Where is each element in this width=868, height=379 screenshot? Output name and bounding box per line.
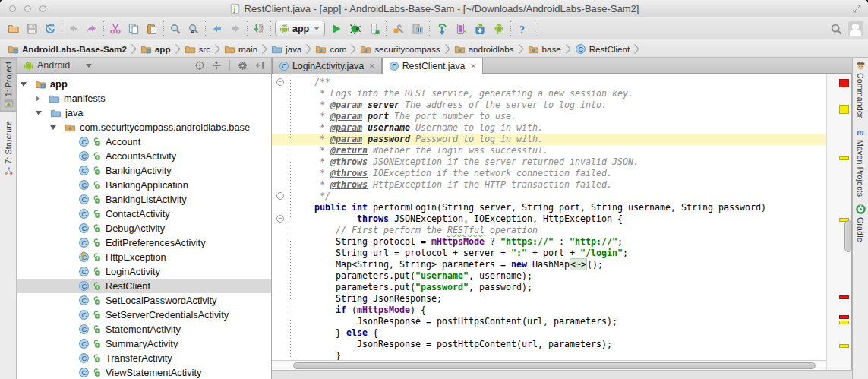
back-button[interactable] (208, 20, 226, 38)
paste-button[interactable] (143, 20, 161, 38)
error-stripe-mark[interactable] (839, 321, 849, 324)
save-button[interactable] (23, 20, 41, 38)
tree-expanded-arrow-icon[interactable] (36, 111, 42, 115)
gradle-sync-button[interactable] (432, 20, 451, 38)
breadcrumb-item[interactable]: src (185, 43, 210, 55)
close-tab-icon[interactable]: × (470, 62, 476, 70)
tool-window-button--structure[interactable]: 7: Structure (0, 118, 17, 178)
tree-item[interactable]: CStatementActivity (17, 322, 271, 336)
error-stripe-mark[interactable] (839, 105, 849, 114)
run-button[interactable] (327, 20, 346, 38)
tree-item[interactable]: CAccountsActivity (17, 149, 271, 163)
editor-tab[interactable]: CLoginActivity.java× (272, 58, 382, 74)
device-monitor-button[interactable] (489, 20, 508, 38)
class-icon: C (78, 295, 90, 306)
horizontal-scrollbar-thumb[interactable] (293, 362, 816, 369)
class-icon: C (78, 136, 90, 147)
user-avatar-button[interactable] (848, 21, 863, 36)
tree-item[interactable]: manifests (17, 91, 271, 106)
code-area: /** * Logs into the REST service, genera… (272, 74, 826, 360)
tool-window-button--project[interactable]: 1: Project (0, 58, 17, 112)
help-button[interactable]: ? (513, 20, 532, 38)
tree-item[interactable]: CAccount (17, 134, 271, 149)
tree-item[interactable]: java (17, 106, 271, 120)
tree-item[interactable]: CEditPreferencesActivity (17, 235, 271, 250)
tree-item[interactable]: CDebugActivity (17, 221, 271, 235)
run-configuration-select[interactable]: app (275, 21, 325, 36)
error-stripe-mark[interactable] (839, 344, 849, 348)
breadcrumb-item[interactable]: app (140, 43, 171, 55)
run-icon (330, 23, 342, 35)
locate-file-button[interactable] (193, 59, 206, 72)
replace-button[interactable]: A (185, 20, 203, 38)
forward-button[interactable] (226, 20, 245, 38)
tree-item[interactable]: CSetLocalPasswordActivity (17, 293, 271, 308)
error-stripe-mark[interactable] (839, 79, 849, 87)
fullscreen-icon[interactable] (852, 4, 862, 14)
tree-item[interactable]: CSetServerCredentialsActivity (17, 308, 271, 322)
tree-collapsed-arrow-icon[interactable] (36, 96, 40, 102)
code-editor[interactable]: −ˆ− /** * Logs into the REST service, ge… (272, 74, 826, 360)
settings-gear-button[interactable] (237, 59, 250, 72)
breadcrumb-item[interactable]: java (271, 43, 301, 55)
vertical-scrollbar-thumb[interactable] (844, 220, 852, 252)
tree-item[interactable]: CViewStatementActivity (17, 365, 271, 379)
project-structure-button[interactable] (408, 20, 427, 38)
redo-button[interactable] (83, 20, 101, 38)
undo-button[interactable] (65, 20, 83, 38)
tree-item[interactable]: CHttpException (17, 250, 271, 264)
project-view-selector[interactable]: Android (37, 60, 70, 71)
tree-item-label: BankingListActivity (106, 194, 187, 205)
error-stripe-mark[interactable] (839, 156, 849, 160)
debug-button[interactable] (346, 20, 365, 38)
breadcrumb-item[interactable]: base (528, 43, 561, 55)
tree-item[interactable]: CSummaryActivity (17, 336, 271, 351)
tree-item[interactable]: CRestClient (17, 279, 271, 293)
tool-window-button-gradle[interactable]: Gradle (853, 204, 868, 242)
cut-icon (109, 23, 122, 35)
svg-text:C: C (82, 182, 87, 189)
settings-button[interactable] (389, 20, 408, 38)
horizontal-scrollbar[interactable] (272, 360, 826, 370)
breadcrumb-item[interactable]: main (224, 43, 257, 55)
find-button[interactable] (166, 20, 185, 38)
tree-item[interactable]: CLoginActivity (17, 264, 271, 279)
svg-text:C: C (82, 369, 87, 377)
tree-item[interactable]: app (17, 77, 271, 91)
sdk-manager-button[interactable] (470, 20, 489, 38)
cut-button[interactable] (106, 20, 125, 38)
chevron-down-icon[interactable] (86, 64, 92, 68)
error-stripe-mark[interactable] (839, 315, 849, 319)
tree-item[interactable]: CBankingActivity (17, 163, 271, 178)
tree-item[interactable]: CTransferActivity (17, 351, 271, 365)
tool-window-button-maven-projects[interactable]: mMaven Projects (853, 126, 868, 197)
tool-window-button-commander[interactable]: Commander (853, 59, 868, 118)
tree-item[interactable]: CBankingApplication (17, 178, 271, 192)
close-tab-icon[interactable]: × (369, 62, 375, 70)
breadcrumb-item[interactable]: CRestClient (575, 43, 630, 55)
hide-panel-button[interactable] (254, 59, 267, 72)
avd-manager-button[interactable] (451, 20, 470, 38)
breadcrumb-item[interactable]: AndroidLabs-Base-Sam2 (8, 43, 127, 55)
class-icon: C (389, 61, 399, 71)
error-stripe-mark[interactable] (839, 295, 849, 299)
tree-item[interactable]: CContactActivity (17, 207, 271, 221)
copy-button[interactable] (125, 20, 143, 38)
synchronize-button[interactable] (41, 20, 59, 38)
search-everywhere-button[interactable] (830, 20, 843, 38)
tree-item[interactable]: CBankingListActivity (17, 192, 271, 207)
editor-tab[interactable]: CRestClient.java× (382, 58, 483, 74)
error-stripe[interactable] (826, 74, 852, 370)
breadcrumb-item[interactable]: com (315, 43, 346, 55)
tree-expanded-arrow-icon[interactable] (50, 125, 56, 130)
tree-item[interactable]: com.securitycompass.androidlabs.base (17, 120, 271, 134)
sort-button[interactable]: 011001 (250, 20, 268, 38)
collapse-all-button[interactable] (210, 59, 223, 72)
open-button[interactable] (5, 20, 23, 38)
breadcrumb-item[interactable]: securitycompass (360, 43, 440, 55)
tree-expanded-arrow-icon[interactable] (21, 82, 27, 87)
attach-debugger-button[interactable] (365, 20, 383, 38)
chevron-right-icon (351, 44, 356, 54)
code-line: String protocol = mHttpsMode ? "https://… (314, 236, 623, 248)
breadcrumb-item[interactable]: androidlabs (454, 43, 514, 55)
